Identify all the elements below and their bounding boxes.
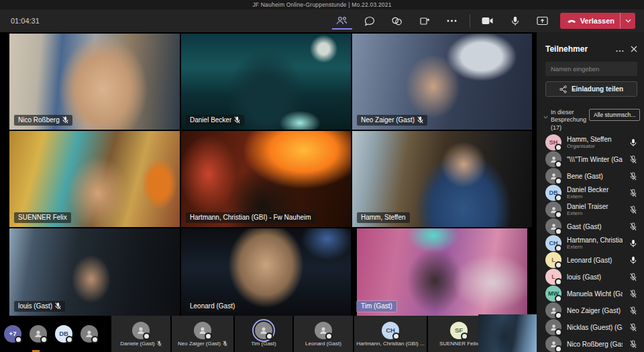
participant-row[interactable]: L Leonard (Gast) bbox=[537, 252, 644, 269]
participant-row[interactable]: Bene (Gast) bbox=[537, 168, 644, 185]
participant-mic-icon[interactable] bbox=[628, 172, 639, 181]
participant-mic-icon[interactable] bbox=[628, 273, 639, 281]
breakout-rooms-icon[interactable] bbox=[415, 12, 435, 30]
call-control-bar: 01:04:31 Verlassen bbox=[0, 9, 644, 32]
person-icon bbox=[319, 326, 328, 335]
participant-mic-icon[interactable] bbox=[628, 155, 639, 164]
share-screen-icon[interactable] bbox=[533, 12, 553, 30]
avatar: DB bbox=[55, 325, 72, 343]
chevron-down-icon[interactable] bbox=[621, 13, 635, 29]
leave-button[interactable]: Verlassen bbox=[560, 13, 635, 29]
participant-row[interactable]: Daniel TraiserExtern bbox=[537, 202, 644, 218]
strip-participant[interactable]: Leonard (Gast) bbox=[294, 316, 353, 352]
tile-name-label: Nico Roßberg bbox=[14, 115, 72, 126]
participant-mic-icon[interactable] bbox=[628, 290, 639, 298]
avatar bbox=[132, 322, 150, 339]
tile-name-label: Leonard (Gast) bbox=[186, 301, 239, 312]
hang-up-icon bbox=[567, 19, 576, 24]
participant-role: Extern bbox=[567, 193, 623, 200]
participant-row[interactable]: Nico Roßberg (Gast) bbox=[537, 336, 644, 352]
person-icon bbox=[549, 222, 558, 231]
share-invite-button[interactable]: Einladung teilen bbox=[545, 81, 637, 97]
chevron-down-icon[interactable] bbox=[543, 109, 548, 122]
panel-more-icon[interactable] bbox=[616, 43, 624, 55]
participant-mic-icon[interactable] bbox=[628, 323, 639, 332]
participant-mic-icon[interactable] bbox=[628, 239, 639, 248]
mic-icon[interactable] bbox=[505, 12, 525, 30]
strip-participant[interactable]: Daniele (Gast) bbox=[111, 316, 170, 352]
participant-row[interactable]: Gast (Gast) bbox=[537, 218, 644, 235]
mic-muted-icon bbox=[62, 116, 68, 124]
panel-close-icon[interactable] bbox=[631, 43, 637, 55]
participant-mic-icon[interactable] bbox=[628, 206, 639, 214]
participants-icon[interactable] bbox=[332, 12, 352, 30]
video-tile[interactable]: Leonard (Gast) bbox=[181, 228, 351, 316]
meeting-section-header[interactable]: In dieser Besprechung (17) Alle stummsch… bbox=[537, 103, 644, 134]
avatar: L bbox=[545, 269, 561, 285]
participant-mic-icon[interactable] bbox=[628, 138, 639, 147]
participant-row[interactable]: DB Daniel BeckerExtern bbox=[537, 185, 644, 202]
strip-participant[interactable]: Neo Zaiger (Gast) bbox=[172, 316, 233, 352]
participant-mic-icon[interactable] bbox=[628, 222, 639, 231]
participant-row[interactable]: MW Manuela Wicht (Gast) bbox=[537, 285, 644, 302]
mic-muted-icon bbox=[55, 302, 61, 310]
video-tile[interactable]: Daniel Becker bbox=[181, 34, 351, 130]
camera-icon[interactable] bbox=[478, 12, 498, 30]
strip-participant-speaking[interactable]: Tim (Gast) bbox=[235, 316, 292, 352]
participant-role: Organisator bbox=[567, 143, 623, 149]
person-icon bbox=[549, 172, 558, 181]
participant-name: Gast (Gast) bbox=[567, 223, 623, 230]
participant-row[interactable]: Neo Zaiger (Gast) bbox=[537, 302, 644, 319]
participant-row[interactable]: SH Hamm, SteffenOrganisator bbox=[537, 134, 644, 151]
video-tile[interactable]: louis (Gast) bbox=[9, 228, 180, 316]
participant-search[interactable] bbox=[545, 62, 637, 76]
participant-row[interactable]: L louis (Gast) bbox=[537, 269, 644, 285]
search-input[interactable] bbox=[545, 65, 637, 73]
video-tile[interactable]: Hartmann, Christian (GBI) - Fw Nauheim bbox=[181, 131, 351, 227]
avatar: DB bbox=[545, 185, 561, 201]
tile-name-label: Neo Zaiger (Gast) bbox=[357, 115, 427, 126]
participant-row[interactable]: Nicklas (Guest) (Gast) bbox=[537, 319, 644, 336]
strip-name-label: Hartmann, Christian (GBI) ... bbox=[356, 341, 424, 347]
avatar bbox=[194, 322, 211, 339]
chat-icon[interactable] bbox=[360, 12, 380, 30]
strip-participant[interactable] bbox=[25, 316, 51, 352]
person-icon bbox=[549, 323, 558, 332]
strip-participant[interactable]: CH Hartmann, Christian (GBI) ... bbox=[354, 316, 427, 352]
tile-name-label: Daniel Becker bbox=[186, 115, 244, 126]
participant-mic-icon[interactable] bbox=[628, 306, 639, 315]
avatar: MW bbox=[545, 285, 561, 302]
video-tile[interactable]: Neo Zaiger (Gast) bbox=[352, 34, 532, 130]
video-tile[interactable]: Nico Roßberg bbox=[9, 34, 180, 130]
call-timer: 01:04:31 bbox=[11, 17, 40, 25]
avatar bbox=[545, 218, 561, 234]
video-tile[interactable]: Tim (Gast) bbox=[352, 228, 532, 316]
participants-panel: Teilnehmer Einladung teilen In dieser Be… bbox=[537, 32, 644, 352]
strip-participant[interactable]: DB bbox=[51, 316, 76, 352]
participant-row[interactable]: CH Hartmann, Christian (GBI) - F...Exter… bbox=[537, 235, 644, 252]
participant-mic-icon[interactable] bbox=[628, 256, 639, 265]
avatar bbox=[80, 325, 98, 343]
participant-mic-icon[interactable] bbox=[628, 189, 639, 197]
mute-all-button[interactable]: Alle stummsch... bbox=[589, 109, 640, 121]
avatar: +7 bbox=[4, 325, 21, 343]
participant-mic-icon[interactable] bbox=[628, 340, 639, 349]
strip-name-label: Leonard (Gast) bbox=[305, 341, 341, 347]
tile-name-label: louis (Gast) bbox=[14, 301, 65, 312]
self-video-preview[interactable] bbox=[478, 314, 537, 352]
reactions-icon[interactable] bbox=[387, 12, 407, 30]
avatar: CH bbox=[545, 235, 561, 251]
person-icon bbox=[549, 155, 558, 164]
strip-participant[interactable] bbox=[76, 316, 102, 352]
participant-name: louis (Gast) bbox=[567, 273, 623, 281]
overflow-count[interactable]: +7 bbox=[0, 316, 25, 352]
more-icon[interactable] bbox=[442, 12, 462, 30]
person-icon bbox=[259, 326, 268, 335]
video-tile[interactable]: SUENNER Felix bbox=[9, 131, 180, 227]
participant-name: "\\\"Tim Winter (Gast)\\\"\" bbox=[567, 156, 623, 163]
participant-row[interactable]: "\\\"Tim Winter (Gast)\\\"\" bbox=[537, 151, 644, 168]
bottom-participant-strip: +7 DB Daniele (Gast) Neo Zaiger (Gast) T… bbox=[0, 316, 537, 352]
video-tile[interactable]: Hamm, Steffen bbox=[352, 131, 532, 227]
avatar bbox=[545, 151, 561, 167]
participant-role: Extern bbox=[567, 244, 623, 250]
